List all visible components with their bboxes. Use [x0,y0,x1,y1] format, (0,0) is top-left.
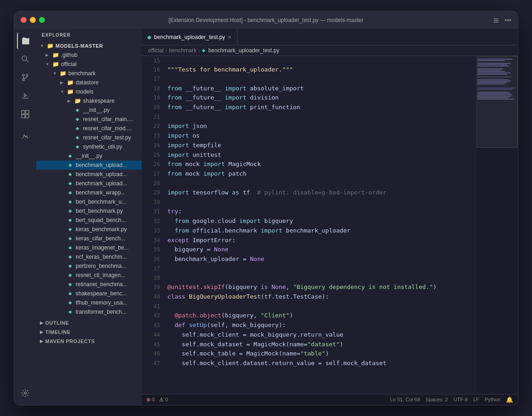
file-icon: ◆ [66,189,74,196]
sidebar-item-keras-benchmark[interactable]: ▶ ◆ keras_benchmark.py [36,225,142,234]
sidebar-item-transformer[interactable]: ▶ ◆ transformer_bench... [36,307,142,316]
sidebar-item-resnet-cifar-main[interactable]: ▶ ◆ resnet_cifar_main.... [36,115,142,124]
item-label: shakespeare [83,98,115,104]
folder-icon: 📁 [52,51,59,59]
line-num: 17 [145,74,160,83]
tab-close-button[interactable]: × [228,34,232,40]
root-folder[interactable]: ▼ 📁 MODELS-MASTER [36,41,142,50]
minimize-button[interactable] [30,17,36,23]
outline-section[interactable]: ▶ OUTLINE [36,318,142,327]
line-num: 40 [145,292,160,301]
settings-icon[interactable] [17,385,33,401]
sidebar-item-benchmark[interactable]: ▼ 📁 benchmark [36,69,142,78]
expand-arrow: ▶ [45,53,52,57]
line-num: 37 [145,264,160,273]
sidebar-item-datastore[interactable]: ▶ 📁 datastore [36,78,142,87]
code-line-44: 44 self.mock_client = mock_bigquery.retu… [142,330,477,340]
sidebar-item-keras-imagenet[interactable]: ▶ ◆ keras_imagenet_be... [36,243,142,252]
traffic-lights [21,17,45,23]
run-debug-icon[interactable] [17,88,33,104]
item-label: ncf_keras_benchm... [76,254,127,260]
code-line-34: 34 except ImportError: [142,236,477,245]
more-actions-icon[interactable]: ••• [504,17,511,24]
sidebar-item-init-py-models[interactable]: ▶ ◆ __init__.py [36,105,142,115]
expand-arrow: ▶ [67,99,74,103]
line-ending[interactable]: LF [473,397,479,402]
code-line-47: 47 self.mock_client.dataset.return_value… [142,359,477,368]
sidebar-item-perfzero[interactable]: ▶ ◆ perfzero_benchma... [36,261,142,271]
sidebar-item-shakespeare-benc[interactable]: ▶ ◆ shakespeare_benc... [36,289,142,298]
encoding[interactable]: UTF-8 [454,397,468,402]
sidebar-item-benchmark-upload-1[interactable]: ▶ ◆ benchmark_upload... [36,161,142,170]
cursor-position[interactable]: Ln 51, Col 68 [390,397,420,402]
sidebar-item-github[interactable]: ▶ 📁 .github [36,50,142,60]
sidebar-item-resnet-ctl[interactable]: ▶ ◆ resnet_ctl_imagen... [36,271,142,280]
sidebar-item-bert-benchmark-u[interactable]: ▶ ◆ bert_benchmark_u... [36,197,142,206]
close-button[interactable] [21,17,27,23]
titlebar: [Extension Development Host] - benchmark… [14,11,518,29]
sidebar-item-benchmark-wrapp[interactable]: ▶ ◆ benchmark_wrapp... [36,188,142,197]
test-icon[interactable] [17,128,33,144]
sidebar-item-synthetic-util[interactable]: ▶ ◆ synthetic_util.py [36,142,142,151]
expand-arrow: ▼ [60,89,66,94]
timeline-section[interactable]: ▶ TIMELINE [36,327,142,337]
sidebar-item-retinanet[interactable]: ▶ ◆ retinanet_benchma... [36,280,142,289]
code-editor[interactable]: 15 16 """Tests for benchmark_uploader.""… [142,56,477,394]
code-line-33: 33 from official.benchmark import benchm… [142,226,477,236]
sidebar-item-init-py[interactable]: ▶ ◆ __init__.py [36,151,142,161]
sidebar-item-bert-squad[interactable]: ▶ ◆ bert_squad_bench... [36,216,142,225]
file-icon: ◆ [66,180,74,187]
breadcrumb-part-official[interactable]: official [148,47,164,54]
sidebar-item-tfhub[interactable]: ▶ ◆ tfhub_memory_usa... [36,298,142,307]
code-line-28: 28 [142,179,477,188]
status-right: Ln 51, Col 68 Spaces: 2 UTF-8 LF Python … [390,396,513,403]
error-count[interactable]: ⊗ 0 [146,397,155,403]
sidebar-item-resnet-cifar-test[interactable]: ▶ ◆ resnet_cifar_test.py [36,133,142,142]
line-num: 47 [145,359,160,368]
breadcrumb-part-benchmark[interactable]: benchmark [169,47,196,54]
sidebar-item-resnet-cifar-mod[interactable]: ▶ ◆ resnet_cifar_mod.... [36,124,142,133]
item-label: synthetic_util.py [83,144,122,150]
line-code: bigquery = None [167,245,473,255]
sidebar-item-benchmark-upload-3[interactable]: ▶ ◆ benchmark_upload... [36,179,142,188]
maximize-button[interactable] [39,17,45,23]
sidebar-item-shakespeare[interactable]: ▶ 📁 shakespeare [36,96,142,105]
item-label: benchmark_wrapp... [76,189,126,196]
line-num: 41 [145,302,160,311]
file-icon: ◆ [66,235,74,242]
warning-count[interactable]: ⚠ 0 [159,397,168,403]
source-control-icon[interactable] [17,69,33,86]
item-label: benchmark_upload... [76,162,127,168]
line-code: def setUp(self, mock_bigquery): [167,321,473,330]
sidebar-item-models[interactable]: ▼ 📁 models [36,87,142,96]
sidebar-item-keras-cifar[interactable]: ▶ ◆ keras_cifar_bench... [36,234,142,243]
svg-rect-7 [22,111,25,114]
file-icon: ◆ [66,226,74,233]
maven-section[interactable]: ▶ MAVEN PROJECTS [36,337,142,346]
extensions-icon[interactable] [17,106,33,122]
minimap [477,56,518,394]
tab-benchmark-uploader-test[interactable]: ◆ benchmark_uploader_test.py × [142,29,238,45]
code-line-18: 18 from __future__ import absolute_impor… [142,84,477,94]
item-label: __init__.py [83,107,110,113]
explorer-header: EXPLORER [36,29,142,41]
sidebar-item-ncf-keras[interactable]: ▶ ◆ ncf_keras_benchm... [36,252,142,261]
line-code: benchmark_uploader = None [167,255,473,264]
line-code: try: [167,207,473,216]
line-code: from mock import patch [167,169,473,179]
sidebar-item-bert-benchmark[interactable]: ▶ ◆ bert_benchmark.py [36,206,142,216]
item-label: transformer_bench... [76,309,127,315]
explorer-icon[interactable] [17,33,33,49]
split-editor-icon[interactable]: ⊞ [493,17,499,24]
sidebar-item-official[interactable]: ▼ 📁 official [36,60,142,69]
sidebar-item-benchmark-upload-2[interactable]: ▶ ◆ benchmark_upload... [36,170,142,179]
item-label: datastore [76,79,99,86]
language-mode[interactable]: Python [485,397,500,402]
breadcrumb-part-file[interactable]: benchmark_uploader_test.py [208,47,279,54]
search-icon[interactable] [17,51,33,67]
notifications-icon[interactable]: 🔔 [506,396,513,403]
item-label: resnet_cifar_mod.... [83,125,132,132]
line-code: except ImportError: [167,236,473,245]
indentation[interactable]: Spaces: 2 [426,397,448,402]
editor-container: 15 16 """Tests for benchmark_uploader.""… [142,56,518,394]
